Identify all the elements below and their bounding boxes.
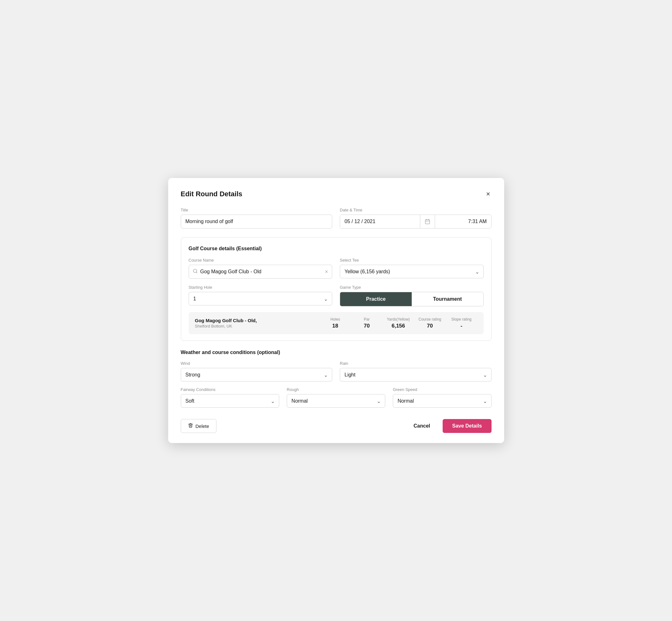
holes-label: Holes [330,317,340,322]
course-top-fields: Course Name × Select Tee Yellow (6,156 y… [189,258,484,279]
date-value: 05 / 12 / 2021 [340,215,420,228]
starting-hole-dropdown[interactable]: 1 [189,292,333,305]
game-type-toggle: Practice Tournament [340,292,484,306]
green-speed-field: Green Speed Normal Slow Fast Very Fast ⌄ [393,387,491,408]
yards-value: 6,156 [391,323,405,329]
game-type-label: Game Type [340,285,484,290]
starting-hole-label: Starting Hole [189,285,333,290]
trash-icon [188,423,193,429]
course-info-location: Shelford Bottom, UK [195,324,320,329]
svg-rect-0 [425,220,430,224]
rain-select-wrap: Light None Moderate Heavy ⌄ [340,368,492,381]
course-rating-value: 70 [427,323,433,329]
par-label: Par [364,317,370,322]
datetime-combined: 05 / 12 / 2021 7:31 AM [340,215,492,229]
yards-label: Yards(Yellow) [387,317,410,322]
course-bottom-fields: Starting Hole 1 ⌄ Game Type Practice Tou… [189,285,484,306]
datetime-field-group: Date & Time 05 / 12 / 2021 7:31 AM [340,208,492,229]
edit-round-modal: Edit Round Details × Title Date & Time 0… [168,178,504,443]
title-field-group: Title [181,208,333,229]
weather-section-title: Weather and course conditions (optional) [181,349,492,355]
starting-hole-field: Starting Hole 1 ⌄ [189,285,333,306]
slope-rating-value: - [461,323,463,329]
course-name-input[interactable] [200,265,323,278]
starting-hole-wrap: 1 ⌄ [189,292,333,305]
rough-field: Rough Normal Short Long Very Long ⌄ [287,387,385,408]
time-value: 7:31 AM [435,215,491,228]
select-tee-field: Select Tee Yellow (6,156 yards) ⌄ [340,258,484,279]
practice-button[interactable]: Practice [340,292,412,306]
course-rating-label: Course rating [418,317,441,322]
svg-line-5 [196,272,197,273]
right-actions: Cancel Save Details [409,419,492,433]
course-name-clear-button[interactable]: × [322,268,328,275]
rough-select-wrap: Normal Short Long Very Long ⌄ [287,394,385,408]
holes-value: 18 [332,323,338,329]
wind-dropdown[interactable]: Strong Calm Light Moderate Very Strong [181,368,333,381]
course-name-label: Course Name [189,258,333,262]
yards-stat: Yards(Yellow) 6,156 [383,317,414,329]
fairway-label: Fairway Conditions [181,387,279,392]
cancel-button[interactable]: Cancel [409,419,435,432]
course-info-name-bold: Gog Magog Golf Club - Old, [195,318,320,323]
top-fields: Title Date & Time 05 / 12 / 2021 7:31 AM [181,208,492,229]
par-stat: Par 70 [351,317,383,329]
rain-field: Rain Light None Moderate Heavy ⌄ [340,361,492,381]
search-icon [193,268,198,275]
green-speed-select-wrap: Normal Slow Fast Very Fast ⌄ [393,394,491,408]
rain-dropdown[interactable]: Light None Moderate Heavy [340,368,492,381]
datetime-label: Date & Time [340,208,492,212]
par-value: 70 [364,323,370,329]
weather-row-2: Fairway Conditions Soft Normal Firm Very… [181,387,492,408]
delete-label: Delete [196,423,209,429]
weather-section: Weather and course conditions (optional)… [181,349,492,408]
fairway-field: Fairway Conditions Soft Normal Firm Very… [181,387,279,408]
green-speed-label: Green Speed [393,387,491,392]
save-button[interactable]: Save Details [443,419,491,433]
select-tee-label: Select Tee [340,258,484,262]
modal-header: Edit Round Details × [181,189,492,199]
close-button[interactable]: × [485,189,492,199]
golf-course-title: Golf Course details (Essential) [189,246,484,251]
title-input[interactable] [181,215,333,229]
fairway-dropdown[interactable]: Soft Normal Firm Very Firm [181,394,279,408]
course-rating-stat: Course rating 70 [414,317,446,329]
wind-select-wrap: Strong Calm Light Moderate Very Strong ⌄ [181,368,333,381]
course-info-bar: Gog Magog Golf Club - Old, Shelford Bott… [189,312,484,334]
tournament-button[interactable]: Tournament [412,292,483,306]
wind-field: Wind Strong Calm Light Moderate Very Str… [181,361,333,381]
select-tee-wrap: Yellow (6,156 yards) ⌄ [340,265,484,278]
modal-title: Edit Round Details [181,190,243,198]
course-name-search-wrap: × [189,265,333,279]
game-type-field: Game Type Practice Tournament [340,285,484,306]
rain-label: Rain [340,361,492,366]
weather-row-1: Wind Strong Calm Light Moderate Very Str… [181,361,492,381]
course-info-name: Gog Magog Golf Club - Old, Shelford Bott… [195,318,320,329]
wind-label: Wind [181,361,333,366]
delete-button[interactable]: Delete [181,419,216,433]
title-label: Title [181,208,333,212]
slope-rating-label: Slope rating [451,317,471,322]
fairway-select-wrap: Soft Normal Firm Very Firm ⌄ [181,394,279,408]
golf-course-section: Golf Course details (Essential) Course N… [181,237,492,341]
footer-actions: Delete Cancel Save Details [181,417,492,433]
select-tee-dropdown[interactable]: Yellow (6,156 yards) [340,265,484,278]
course-name-field: Course Name × [189,258,333,279]
holes-stat: Holes 18 [320,317,351,329]
rough-label: Rough [287,387,385,392]
slope-rating-stat: Slope rating - [446,317,477,329]
calendar-icon[interactable] [420,215,435,228]
rough-dropdown[interactable]: Normal Short Long Very Long [287,394,385,408]
green-speed-dropdown[interactable]: Normal Slow Fast Very Fast [393,394,491,408]
